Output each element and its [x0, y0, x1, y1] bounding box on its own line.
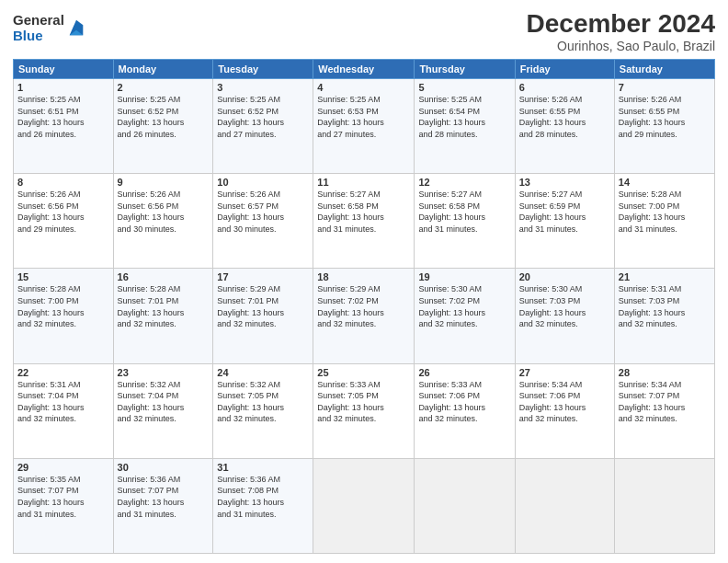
- col-tuesday: Tuesday: [213, 60, 313, 79]
- day-number: 6: [519, 82, 610, 93]
- day-info: Sunrise: 5:27 AM Sunset: 6:59 PM Dayligh…: [519, 189, 610, 235]
- calendar-cell: 30Sunrise: 5:36 AM Sunset: 7:07 PM Dayli…: [113, 458, 213, 553]
- calendar-cell: [415, 458, 515, 553]
- calendar-cell: 1Sunrise: 5:25 AM Sunset: 6:51 PM Daylig…: [14, 79, 114, 174]
- calendar-cell: 8Sunrise: 5:26 AM Sunset: 6:56 PM Daylig…: [14, 174, 114, 269]
- day-number: 29: [17, 462, 109, 473]
- day-number: 3: [217, 82, 309, 93]
- day-number: 7: [619, 82, 711, 93]
- day-number: 12: [418, 177, 510, 188]
- calendar-cell: 27Sunrise: 5:34 AM Sunset: 7:06 PM Dayli…: [515, 363, 614, 458]
- day-info: Sunrise: 5:31 AM Sunset: 7:03 PM Dayligh…: [619, 283, 711, 329]
- calendar-cell: 12Sunrise: 5:27 AM Sunset: 6:58 PM Dayli…: [415, 174, 515, 269]
- day-info: Sunrise: 5:28 AM Sunset: 7:00 PM Dayligh…: [17, 283, 109, 329]
- calendar: Sunday Monday Tuesday Wednesday Thursday…: [13, 59, 715, 554]
- calendar-cell: 21Sunrise: 5:31 AM Sunset: 7:03 PM Dayli…: [614, 269, 714, 363]
- day-number: 23: [118, 367, 210, 378]
- calendar-cell: [515, 458, 614, 553]
- day-number: 1: [17, 82, 109, 93]
- calendar-cell: 17Sunrise: 5:29 AM Sunset: 7:01 PM Dayli…: [213, 269, 313, 363]
- day-info: Sunrise: 5:36 AM Sunset: 7:07 PM Dayligh…: [118, 474, 210, 520]
- header: General Blue December 2024 Ourinhos, Sao…: [13, 9, 715, 53]
- calendar-cell: 28Sunrise: 5:34 AM Sunset: 7:07 PM Dayli…: [614, 363, 714, 458]
- calendar-cell: 29Sunrise: 5:35 AM Sunset: 7:07 PM Dayli…: [14, 458, 114, 553]
- day-number: 28: [619, 367, 711, 378]
- calendar-cell: 2Sunrise: 5:25 AM Sunset: 6:52 PM Daylig…: [113, 79, 213, 174]
- day-info: Sunrise: 5:28 AM Sunset: 7:00 PM Dayligh…: [619, 189, 711, 235]
- calendar-cell: 11Sunrise: 5:27 AM Sunset: 6:58 PM Dayli…: [313, 174, 415, 269]
- day-number: 27: [519, 367, 610, 378]
- day-number: 20: [519, 271, 610, 282]
- calendar-week-2: 8Sunrise: 5:26 AM Sunset: 6:56 PM Daylig…: [14, 174, 715, 269]
- calendar-header-row: Sunday Monday Tuesday Wednesday Thursday…: [14, 60, 715, 79]
- calendar-cell: 4Sunrise: 5:25 AM Sunset: 6:53 PM Daylig…: [313, 79, 415, 174]
- col-sunday: Sunday: [14, 60, 114, 79]
- day-info: Sunrise: 5:27 AM Sunset: 6:58 PM Dayligh…: [418, 189, 510, 235]
- calendar-cell: 15Sunrise: 5:28 AM Sunset: 7:00 PM Dayli…: [14, 269, 114, 363]
- calendar-cell: 10Sunrise: 5:26 AM Sunset: 6:57 PM Dayli…: [213, 174, 313, 269]
- day-info: Sunrise: 5:36 AM Sunset: 7:08 PM Dayligh…: [217, 474, 309, 520]
- main-title: December 2024: [527, 9, 715, 39]
- day-number: 25: [317, 367, 410, 378]
- calendar-cell: 24Sunrise: 5:32 AM Sunset: 7:05 PM Dayli…: [213, 363, 313, 458]
- col-saturday: Saturday: [614, 60, 714, 79]
- day-info: Sunrise: 5:33 AM Sunset: 7:05 PM Dayligh…: [317, 379, 410, 425]
- day-number: 2: [118, 82, 210, 93]
- day-number: 4: [317, 82, 410, 93]
- day-number: 22: [17, 367, 109, 378]
- day-info: Sunrise: 5:30 AM Sunset: 7:03 PM Dayligh…: [519, 283, 610, 329]
- calendar-cell: 9Sunrise: 5:26 AM Sunset: 6:56 PM Daylig…: [113, 174, 213, 269]
- logo-text: General Blue: [13, 13, 64, 43]
- col-thursday: Thursday: [415, 60, 515, 79]
- day-info: Sunrise: 5:26 AM Sunset: 6:56 PM Dayligh…: [118, 189, 210, 235]
- calendar-cell: [313, 458, 415, 553]
- day-number: 30: [118, 462, 210, 473]
- title-area: December 2024 Ourinhos, Sao Paulo, Brazi…: [527, 9, 715, 53]
- day-info: Sunrise: 5:26 AM Sunset: 6:56 PM Dayligh…: [17, 189, 109, 235]
- day-number: 5: [418, 82, 510, 93]
- logo-icon: [66, 18, 86, 39]
- day-number: 15: [17, 271, 109, 282]
- day-number: 16: [118, 271, 210, 282]
- col-friday: Friday: [515, 60, 614, 79]
- calendar-cell: 31Sunrise: 5:36 AM Sunset: 7:08 PM Dayli…: [213, 458, 313, 553]
- day-number: 21: [619, 271, 711, 282]
- day-info: Sunrise: 5:35 AM Sunset: 7:07 PM Dayligh…: [17, 474, 109, 520]
- day-info: Sunrise: 5:25 AM Sunset: 6:54 PM Dayligh…: [418, 94, 510, 140]
- day-info: Sunrise: 5:26 AM Sunset: 6:55 PM Dayligh…: [619, 94, 711, 140]
- day-info: Sunrise: 5:30 AM Sunset: 7:02 PM Dayligh…: [418, 283, 510, 329]
- day-number: 11: [317, 177, 410, 188]
- day-info: Sunrise: 5:26 AM Sunset: 6:55 PM Dayligh…: [519, 94, 610, 140]
- calendar-cell: 14Sunrise: 5:28 AM Sunset: 7:00 PM Dayli…: [614, 174, 714, 269]
- calendar-week-4: 22Sunrise: 5:31 AM Sunset: 7:04 PM Dayli…: [14, 363, 715, 458]
- day-info: Sunrise: 5:25 AM Sunset: 6:52 PM Dayligh…: [217, 94, 309, 140]
- calendar-cell: 26Sunrise: 5:33 AM Sunset: 7:06 PM Dayli…: [415, 363, 515, 458]
- day-info: Sunrise: 5:34 AM Sunset: 7:06 PM Dayligh…: [519, 379, 610, 425]
- calendar-cell: [614, 458, 714, 553]
- calendar-cell: 23Sunrise: 5:32 AM Sunset: 7:04 PM Dayli…: [113, 363, 213, 458]
- logo-blue: Blue: [13, 29, 64, 44]
- day-number: 14: [619, 177, 711, 188]
- calendar-week-3: 15Sunrise: 5:28 AM Sunset: 7:00 PM Dayli…: [14, 269, 715, 363]
- calendar-week-5: 29Sunrise: 5:35 AM Sunset: 7:07 PM Dayli…: [14, 458, 715, 553]
- day-number: 13: [519, 177, 610, 188]
- calendar-cell: 19Sunrise: 5:30 AM Sunset: 7:02 PM Dayli…: [415, 269, 515, 363]
- day-info: Sunrise: 5:34 AM Sunset: 7:07 PM Dayligh…: [619, 379, 711, 425]
- day-info: Sunrise: 5:25 AM Sunset: 6:52 PM Dayligh…: [118, 94, 210, 140]
- page: General Blue December 2024 Ourinhos, Sao…: [0, 0, 728, 563]
- day-info: Sunrise: 5:31 AM Sunset: 7:04 PM Dayligh…: [17, 379, 109, 425]
- calendar-cell: 25Sunrise: 5:33 AM Sunset: 7:05 PM Dayli…: [313, 363, 415, 458]
- subtitle: Ourinhos, Sao Paulo, Brazil: [527, 39, 715, 53]
- col-wednesday: Wednesday: [313, 60, 415, 79]
- calendar-cell: 22Sunrise: 5:31 AM Sunset: 7:04 PM Dayli…: [14, 363, 114, 458]
- col-monday: Monday: [113, 60, 213, 79]
- calendar-cell: 3Sunrise: 5:25 AM Sunset: 6:52 PM Daylig…: [213, 79, 313, 174]
- day-number: 26: [418, 367, 510, 378]
- day-info: Sunrise: 5:32 AM Sunset: 7:05 PM Dayligh…: [217, 379, 309, 425]
- logo: General Blue: [13, 13, 86, 43]
- day-number: 18: [317, 271, 410, 282]
- day-info: Sunrise: 5:33 AM Sunset: 7:06 PM Dayligh…: [418, 379, 510, 425]
- calendar-cell: 7Sunrise: 5:26 AM Sunset: 6:55 PM Daylig…: [614, 79, 714, 174]
- calendar-cell: 5Sunrise: 5:25 AM Sunset: 6:54 PM Daylig…: [415, 79, 515, 174]
- day-info: Sunrise: 5:25 AM Sunset: 6:53 PM Dayligh…: [317, 94, 410, 140]
